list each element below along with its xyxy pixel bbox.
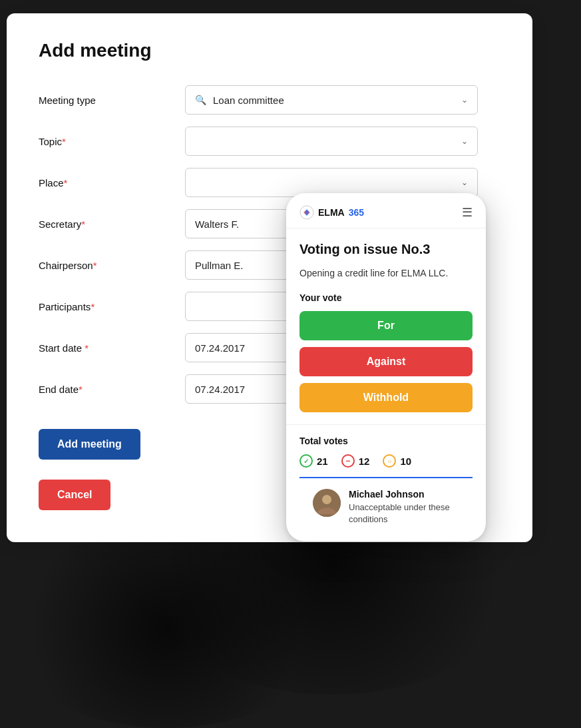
end-date-value: 07.24.2017 [195,384,245,395]
phone-header: ELMA 365 ☰ [286,193,486,228]
required-star: * [62,136,66,147]
chevron-down-icon: ⌄ [461,137,468,146]
avatar-image [313,489,341,517]
label-start-date: Start date * [39,342,185,354]
voting-title: Voting on issue No.3 [299,242,473,257]
vote-count-against: − 12 [341,454,370,468]
vote-withhold-button[interactable]: Withhold [299,383,473,412]
comment-text-block: Michael Johnson Unacceptable under these… [349,489,459,526]
votes-row: ✓ 21 − 12 ○ 10 [299,454,473,478]
label-end-date: End date* [39,384,185,395]
vote-against-button[interactable]: Against [299,347,473,376]
label-meeting-type: Meeting type [39,95,185,106]
chevron-down-icon: ⌄ [461,95,468,105]
cancel-button[interactable]: Cancel [39,480,110,510]
meeting-type-value: Loan committee [213,95,284,106]
avatar [313,489,341,517]
vote-count-for: ✓ 21 [299,454,328,468]
required-star: * [64,177,68,188]
total-votes-label: Total votes [299,436,473,446]
required-star: * [79,384,83,395]
label-topic: Topic* [39,136,185,147]
label-place: Place* [39,177,185,188]
svg-point-2 [322,495,331,504]
phone-content: Voting on issue No.3 Opening a credit li… [286,228,486,419]
comment-author: Michael Johnson [349,489,459,500]
label-secretary: Secretary* [39,218,185,230]
app-number: 365 [349,207,364,218]
comment-body: Unacceptable under these conditions [349,502,459,526]
hamburger-icon[interactable]: ☰ [462,205,473,220]
chevron-down-icon: ⌄ [461,178,468,187]
secretary-value: Walters F. [195,218,239,230]
label-chairperson: Chairperson* [39,260,185,271]
total-votes-section: Total votes ✓ 21 − 12 ○ 10 [286,424,486,526]
elma-logo: ELMA 365 [299,205,364,220]
mobile-phone-overlay: ELMA 365 ☰ Voting on issue No.3 Opening … [286,193,486,542]
required-star: * [85,342,89,354]
against-circle-icon: − [341,454,355,468]
add-meeting-button[interactable]: Add meeting [39,429,140,460]
field-row-meeting-type: Meeting type 🔍 Loan committee ⌄ [39,85,500,115]
vote-count-withhold: ○ 10 [383,454,411,468]
start-date-value: 07.24.2017 [195,342,245,354]
page-title: Add meeting [39,40,500,61]
label-participants: Participants* [39,301,185,312]
required-star: * [93,260,97,271]
withhold-count: 10 [400,456,411,467]
app-name: ELMA [318,207,345,218]
withhold-circle-icon: ○ [383,454,396,468]
for-circle-icon: ✓ [299,454,313,468]
required-star: * [91,301,95,312]
field-row-topic: Topic* ⌄ [39,127,500,156]
input-topic[interactable]: ⌄ [185,127,478,156]
voting-description: Opening a credit line for ELMA LLC. [299,266,473,280]
vote-for-button[interactable]: For [299,311,473,340]
avatar-svg [313,489,341,517]
search-icon: 🔍 [195,95,206,105]
elma-logo-icon [299,205,314,220]
required-star: * [81,218,85,230]
comment-row: Michael Johnson Unacceptable under these… [299,489,473,526]
your-vote-label: Your vote [299,292,473,303]
for-count: 21 [317,456,328,467]
chairperson-value: Pullman E. [195,260,244,271]
input-meeting-type[interactable]: 🔍 Loan committee ⌄ [185,85,478,115]
against-count: 12 [359,456,370,467]
